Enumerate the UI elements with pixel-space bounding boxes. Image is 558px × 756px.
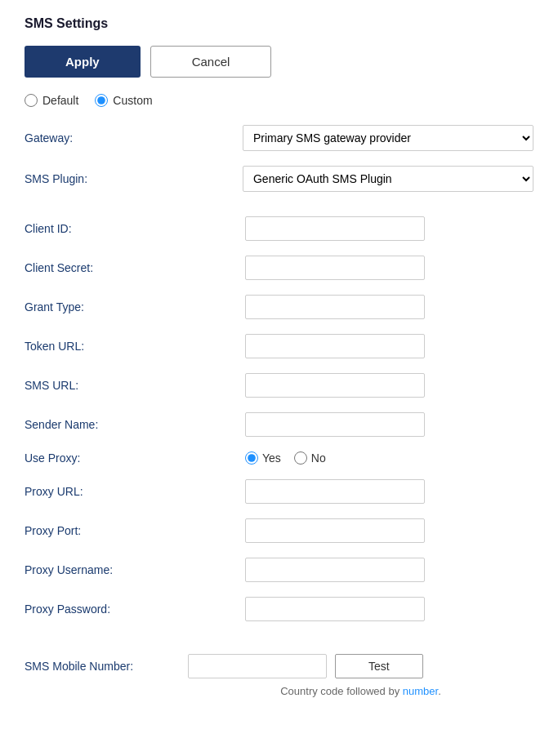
proxy-password-row: Proxy Password: [25, 597, 533, 621]
proxy-yes-label: Yes [262, 451, 281, 465]
proxy-url-row: Proxy URL: [25, 479, 533, 504]
test-button[interactable]: Test [335, 654, 423, 678]
proxy-port-input[interactable] [245, 518, 425, 543]
proxy-port-row: Proxy Port: [25, 518, 533, 543]
default-radio-option[interactable]: Default [25, 94, 78, 107]
token-url-row: Token URL: [25, 334, 533, 358]
use-proxy-label: Use Proxy: [25, 451, 245, 465]
custom-radio-label: Custom [113, 94, 152, 107]
custom-radio-input[interactable] [95, 94, 108, 107]
hint-link[interactable]: number [403, 685, 438, 697]
client-secret-input[interactable] [245, 256, 425, 280]
grant-type-row: Grant Type: [25, 295, 533, 319]
custom-radio-option[interactable]: Custom [95, 94, 152, 107]
client-secret-row: Client Secret: [25, 256, 533, 280]
hint-text: Country code followed by number. [188, 685, 533, 697]
cancel-button[interactable]: Cancel [150, 46, 272, 78]
proxy-no-label: No [311, 451, 326, 465]
proxy-password-input[interactable] [245, 597, 425, 621]
hint-text-suffix: . [438, 685, 441, 697]
form-fields-section: Client ID: Client Secret: Grant Type: To… [25, 216, 533, 636]
proxy-url-label: Proxy URL: [25, 485, 245, 498]
sms-plugin-select[interactable]: Generic OAuth SMS Plugin Other Plugin [243, 166, 533, 192]
button-row: Apply Cancel [25, 46, 533, 78]
token-url-label: Token URL: [25, 340, 245, 353]
default-radio-label: Default [42, 94, 78, 107]
proxy-yes-radio[interactable] [245, 451, 258, 465]
sms-mobile-row: SMS Mobile Number: Test [25, 654, 533, 678]
proxy-port-label: Proxy Port: [25, 524, 245, 537]
page-title: SMS Settings [25, 16, 533, 31]
proxy-yes-option[interactable]: Yes [245, 451, 281, 465]
use-proxy-row: Use Proxy: Yes No [25, 451, 533, 465]
hint-text-before: Country code followed by [280, 685, 403, 697]
sms-url-input[interactable] [245, 373, 425, 398]
client-id-label: Client ID: [25, 222, 245, 235]
gateway-select[interactable]: Primary SMS gateway provider Secondary S… [243, 125, 533, 151]
grant-type-label: Grant Type: [25, 300, 245, 314]
sms-url-label: SMS URL: [25, 379, 245, 392]
proxy-username-input[interactable] [245, 558, 425, 582]
mode-radio-row: Default Custom [25, 94, 533, 107]
proxy-username-row: Proxy Username: [25, 558, 533, 582]
client-secret-label: Client Secret: [25, 261, 245, 274]
client-id-row: Client ID: [25, 216, 533, 241]
proxy-no-radio[interactable] [294, 451, 307, 465]
default-radio-input[interactable] [25, 94, 38, 107]
apply-button[interactable]: Apply [25, 46, 141, 78]
gateway-label: Gateway: [25, 131, 243, 145]
sms-plugin-row: SMS Plugin: Generic OAuth SMS Plugin Oth… [25, 166, 533, 192]
proxy-url-input[interactable] [245, 479, 425, 504]
sender-name-label: Sender Name: [25, 418, 245, 431]
sms-url-row: SMS URL: [25, 373, 533, 398]
token-url-input[interactable] [245, 334, 425, 358]
sms-mobile-label: SMS Mobile Number: [25, 660, 188, 673]
sms-plugin-label: SMS Plugin: [25, 172, 243, 185]
sender-name-row: Sender Name: [25, 412, 533, 437]
proxy-username-label: Proxy Username: [25, 563, 245, 576]
sender-name-input[interactable] [245, 412, 425, 437]
sms-mobile-input[interactable] [188, 654, 327, 678]
gateway-row: Gateway: Primary SMS gateway provider Se… [25, 125, 533, 151]
proxy-password-label: Proxy Password: [25, 603, 245, 616]
grant-type-input[interactable] [245, 295, 425, 319]
proxy-radio-group: Yes No [245, 451, 326, 465]
proxy-no-option[interactable]: No [294, 451, 326, 465]
client-id-input[interactable] [245, 216, 425, 241]
